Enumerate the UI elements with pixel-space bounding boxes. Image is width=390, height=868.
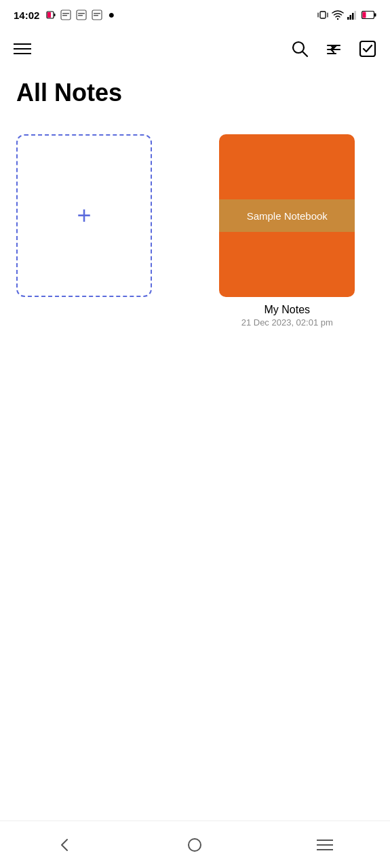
app-icon-1 bbox=[60, 9, 71, 20]
search-button[interactable] bbox=[288, 37, 311, 60]
nav-menu-icon bbox=[317, 839, 333, 851]
svg-point-15 bbox=[337, 18, 338, 20]
sort-icon bbox=[325, 40, 343, 58]
notebook-name: My Notes bbox=[264, 304, 310, 316]
svg-rect-16 bbox=[347, 17, 349, 20]
select-button[interactable] bbox=[356, 37, 379, 60]
notebook-cover-bottom bbox=[219, 232, 355, 297]
home-icon bbox=[187, 837, 203, 853]
hamburger-icon bbox=[14, 42, 31, 56]
toolbar bbox=[0, 30, 390, 68]
notebook-card[interactable]: Sample Notebook My Notes 21 Dec 2023, 02… bbox=[201, 134, 374, 328]
svg-line-27 bbox=[303, 52, 307, 56]
notebook-cover-middle: Sample Notebook bbox=[219, 199, 355, 232]
notebook-cover-title: Sample Notebook bbox=[241, 210, 333, 222]
svg-point-32 bbox=[189, 839, 201, 851]
add-icon: + bbox=[77, 203, 91, 228]
svg-rect-22 bbox=[363, 12, 366, 18]
status-time: 14:02 bbox=[14, 9, 39, 21]
menu-button[interactable] bbox=[11, 39, 34, 58]
notification-dot: ● bbox=[108, 9, 115, 21]
vibrate-icon bbox=[317, 9, 328, 20]
svg-rect-21 bbox=[374, 14, 376, 17]
svg-rect-17 bbox=[350, 15, 352, 20]
wifi-icon bbox=[332, 9, 344, 20]
notebook-date: 21 Dec 2023, 02:01 pm bbox=[241, 317, 333, 328]
back-icon bbox=[57, 837, 73, 853]
toolbar-left bbox=[11, 39, 34, 58]
svg-rect-19 bbox=[355, 11, 357, 20]
notebooks-grid: + Sample Notebook My Notes 21 Dec 2023, … bbox=[0, 113, 390, 349]
svg-rect-5 bbox=[62, 15, 67, 16]
svg-rect-18 bbox=[352, 13, 354, 20]
svg-rect-31 bbox=[360, 41, 375, 56]
home-button[interactable] bbox=[173, 830, 216, 860]
battery-status-icon bbox=[362, 11, 376, 19]
bottom-nav bbox=[0, 821, 390, 868]
search-icon bbox=[291, 40, 309, 58]
svg-rect-4 bbox=[62, 13, 69, 14]
status-bar: 14:02 ● bbox=[0, 0, 390, 30]
nav-menu-button[interactable] bbox=[303, 832, 347, 858]
status-right-icons bbox=[317, 9, 376, 20]
app-icon-3 bbox=[92, 9, 102, 20]
notebook-cover-top bbox=[219, 134, 355, 199]
svg-rect-11 bbox=[94, 15, 98, 16]
notebook-cover: Sample Notebook bbox=[219, 134, 355, 297]
svg-rect-7 bbox=[78, 13, 85, 14]
svg-rect-8 bbox=[78, 15, 83, 16]
page-title: All Notes bbox=[0, 68, 390, 113]
back-button[interactable] bbox=[43, 830, 87, 860]
app-icon-2 bbox=[76, 9, 87, 20]
svg-rect-10 bbox=[94, 13, 100, 14]
toolbar-right bbox=[288, 37, 379, 60]
add-notebook-button[interactable]: + bbox=[16, 134, 152, 297]
status-left: 14:02 ● bbox=[14, 9, 115, 21]
signal-icon bbox=[347, 10, 358, 20]
sort-button[interactable] bbox=[322, 37, 345, 60]
svg-rect-12 bbox=[320, 12, 326, 18]
checkbox-icon bbox=[359, 40, 376, 58]
battery-icon bbox=[46, 10, 56, 20]
svg-rect-1 bbox=[54, 14, 56, 16]
svg-rect-2 bbox=[47, 12, 51, 18]
